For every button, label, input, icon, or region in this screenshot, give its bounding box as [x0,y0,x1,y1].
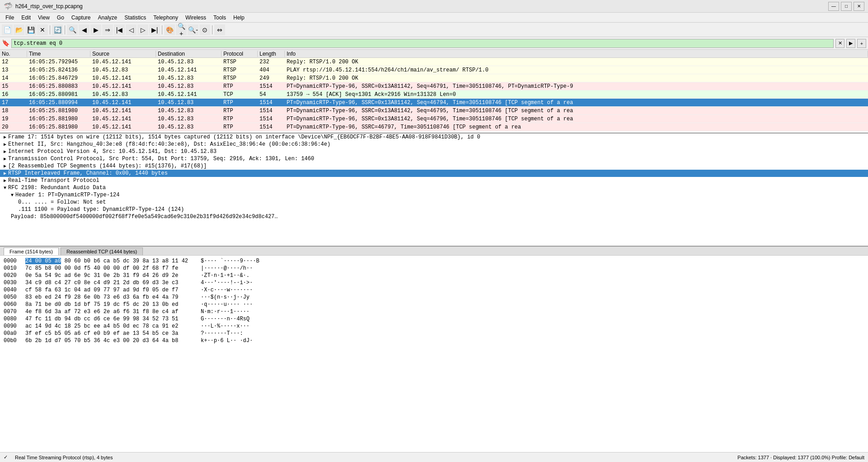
cell-protocol: RTP [222,108,258,114]
detail-row[interactable]: ▼Header 1: PT=DynamicRTP-Type-124 [0,191,868,199]
hex-row[interactable]: 0020 0e 5a 54 9c ad 6e 9c 31 0e 2b 31 f9… [4,272,864,279]
detail-row[interactable]: ▶Frame 17: 1514 bytes on wire (12112 bit… [0,133,868,141]
menu-help[interactable]: Help [230,14,248,22]
save-button[interactable]: 💾 [25,24,36,35]
selected-hex-bytes: 24 00 05 a0 [25,258,61,264]
hex-row[interactable]: 0060 8a 71 be d0 db 1d bf 75 19 dc f5 dc… [4,301,864,308]
cell-no: 16 [0,91,27,98]
filter-apply-button[interactable]: ▶ [846,39,855,48]
zoom-out-button[interactable]: 🔍- [188,24,198,35]
cell-source: 10.45.12.141 [90,59,156,65]
cell-no: 19 [0,116,27,122]
cell-info: PT=DynamicRTP-Type-96, SSRC=0x13A81142, … [285,108,868,114]
open-button[interactable]: 📂 [14,24,24,35]
detail-row[interactable]: ▼RFC 2198: Redundant Audio Data [0,184,868,191]
maximize-button[interactable]: □ [841,2,852,11]
cell-destination: 10.45.12.83 [156,100,222,106]
close-button[interactable]: ✕ [854,2,864,11]
next-packet-button[interactable]: ▷ [137,24,148,35]
cell-info: Reply: RTSP/1.0 200 OK [285,75,868,81]
filter-save-button[interactable]: + [857,39,866,48]
detail-row[interactable]: ▶Internet Protocol Version 4, Src: 10.45… [0,148,868,155]
hex-bytes: 83 eb ed 24 f9 28 6e 0b 73 e6 d3 6a fb e… [25,294,197,300]
toolbar-sep2 [65,25,65,34]
last-packet-button[interactable]: ▶| [149,24,160,35]
detail-text: Frame 17: 1514 bytes on wire (12112 bits… [8,134,480,140]
resize-columns-button[interactable]: ⇔ [214,24,225,35]
hex-row[interactable]: 0090 ac 14 9d 4c 18 25 bc ee a4 b5 0d ec… [4,323,864,330]
close-file-button[interactable]: ✕ [37,24,48,35]
cell-time: 16:05:25.880994 [27,100,90,106]
hex-offset: 00a0 [4,330,22,337]
tab-reassembled-tcp[interactable]: Reassembled TCP (1444 bytes) [61,248,143,255]
detail-row[interactable]: ▶Ethernet II, Src: Hangzhou_40:3e:e8 (f8… [0,141,868,148]
hex-row[interactable]: 0000 24 00 05 a0 80 60 b0 b6 ca b5 dc 39… [4,257,864,265]
filter-clear-button[interactable]: ✕ [835,39,844,48]
cell-protocol: RTSP [222,75,258,81]
cell-length: 232 [258,59,285,65]
detail-row[interactable]: Payload: 85b800000df5400000df002f68f7fe0… [0,213,868,220]
hex-row[interactable]: 0040 cf 58 fa 63 1c 04 ad 09 77 97 ad 9d… [4,286,864,294]
table-row[interactable]: 16 16:05:25.880981 10.45.12.83 10.45.12.… [0,90,868,99]
hex-ascii: ·q·····u···· ··· [201,301,253,308]
hex-row[interactable]: 0070 4e f8 6d 3a af 72 e3 e6 2e a6 f6 31… [4,308,864,315]
menu-analyze[interactable]: Analyze [94,14,121,22]
hex-row[interactable]: 0030 34 c9 d8 c4 27 c0 8e c4 d9 21 2d db… [4,279,864,286]
table-row[interactable]: 15 16:05:25.880883 10.45.12.141 10.45.12… [0,82,868,90]
detail-row[interactable]: ▶[2 Reassembled TCP Segments (1444 bytes… [0,162,868,170]
menu-capture[interactable]: Capture [68,14,94,22]
cell-time: 16:05:25.792945 [27,59,90,65]
hex-ascii: 4···'····!-·i·>· [201,280,253,286]
go-back-button[interactable]: ◀ [79,24,90,35]
cell-time: 16:05:25.881980 [27,108,90,114]
find-button[interactable]: 🔍 [67,24,78,35]
go-forward-button[interactable]: ▶ [90,24,101,35]
expand-icon: ▶ [4,142,6,147]
hex-ascii: |······@····/h·· [201,265,253,271]
zoom-in-button[interactable]: 🔍+ [176,24,187,35]
table-row[interactable]: 14 16:05:25.846729 10.45.12.141 10.45.12… [0,74,868,82]
filter-input[interactable] [11,39,834,48]
prev-packet-button[interactable]: ◁ [126,24,137,35]
new-capture-button[interactable]: 📄 [2,24,13,35]
menu-statistics[interactable]: Statistics [121,14,150,22]
colorize-button[interactable]: 🎨 [164,24,175,35]
expand-icon: ▶ [4,135,6,140]
hex-row[interactable]: 0050 83 eb ed 24 f9 28 6e 0b 73 e6 d3 6a… [4,294,864,301]
table-row[interactable]: 13 16:05:25.824136 10.45.12.83 10.45.12.… [0,66,868,74]
menu-view[interactable]: View [34,14,53,22]
detail-row[interactable]: 0... .... = Follow: Not set [0,199,868,206]
hex-row[interactable]: 00b0 6b 2b 1d d7 05 70 b5 36 4c e3 00 20… [4,337,864,344]
hex-row[interactable]: 0080 47 fc 11 db 94 db cc d6 ce 6e 99 98… [4,315,864,323]
menu-telephony[interactable]: Telephony [150,14,182,22]
expand-icon: ▶ [4,157,6,162]
table-row[interactable]: 12 16:05:25.792945 10.45.12.141 10.45.12… [0,58,868,66]
hex-row[interactable]: 00a0 3f ef c5 b5 05 a6 cf e0 b9 ef ae 13… [4,330,864,337]
menu-go[interactable]: Go [53,14,68,22]
tab-frame[interactable]: Frame (1514 bytes) [4,248,59,255]
go-to-packet-button[interactable]: ⇒ [102,24,113,35]
detail-text: Ethernet II, Src: Hangzhou_40:3e:e8 (f8:… [8,141,330,148]
detail-row[interactable]: ▶Real-Time Transport Protocol [0,177,868,184]
detail-text: Real-Time Transport Protocol [8,177,99,184]
cell-time: 16:05:25.880883 [27,83,90,90]
expand-icon: ▶ [4,178,6,183]
detail-row[interactable]: ▶Transmission Control Protocol, Src Port… [0,155,868,162]
table-row[interactable]: 20 16:05:25.881980 10.45.12.141 10.45.12… [0,123,868,131]
menu-wireless[interactable]: Wireless [182,14,210,22]
detail-row[interactable]: ▶RTSP Interleaved Frame, Channel: 0x00, … [0,170,868,177]
zoom-normal-button[interactable]: ⊙ [199,24,210,35]
detail-row[interactable]: .111 1100 = Payload type: DynamicRTP-Typ… [0,206,868,213]
menu-edit[interactable]: Edit [18,14,34,22]
table-row[interactable]: 19 16:05:25.881980 10.45.12.141 10.45.12… [0,115,868,123]
menu-tools[interactable]: Tools [210,14,230,22]
hex-bytes: 47 fc 11 db 94 db cc d6 ce 6e 99 98 34 5… [25,316,197,322]
table-row[interactable]: 18 16:05:25.881980 10.45.12.141 10.45.12… [0,107,868,115]
hex-row[interactable]: 0010 7c 85 b8 00 00 0d f5 40 00 00 df 00… [4,265,864,272]
menu-file[interactable]: File [2,14,18,22]
minimize-button[interactable]: — [828,2,839,11]
reload-button[interactable]: 🔄 [52,24,63,35]
table-row[interactable]: 17 16:05:25.880994 10.45.12.141 10.45.12… [0,99,868,107]
hex-ascii: ?·······T···: [201,330,243,337]
first-packet-button[interactable]: |◀ [114,24,125,35]
